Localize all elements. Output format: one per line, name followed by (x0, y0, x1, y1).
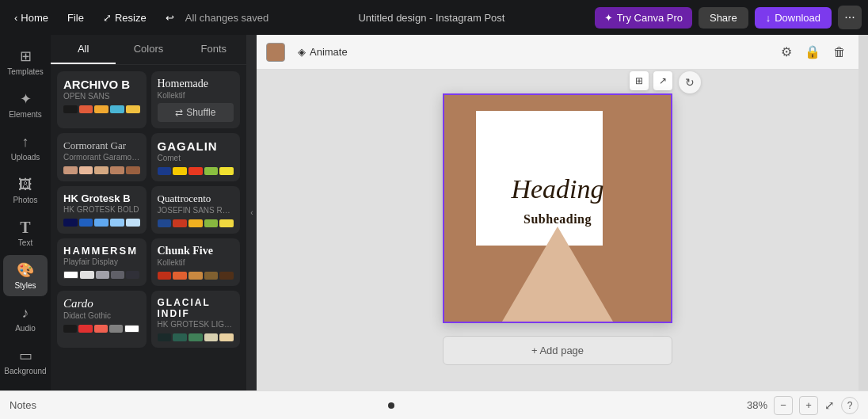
color-swatch (78, 325, 92, 333)
nav-right-actions: ✦ Try Canva Pro Share ↓ Download ··· (595, 6, 862, 29)
homemade-font-name: Homemade (158, 78, 234, 90)
save-status: All changes saved (185, 12, 269, 24)
shuffle-button[interactable]: ⇄ Shuffle (158, 103, 234, 122)
delete-button[interactable]: 🗑 (830, 42, 849, 63)
color-swatch (219, 167, 234, 175)
style-item-cardo[interactable]: Cardo Didact Gothic (57, 291, 147, 348)
shuffle-icon: ⇄ (175, 107, 183, 118)
sidebar-item-background[interactable]: ▭ Background (3, 341, 48, 382)
tab-colors[interactable]: Colors (116, 35, 181, 64)
sidebar-item-templates[interactable]: ⊞ Templates (3, 41, 48, 82)
sidebar-item-photos[interactable]: 🖼 Photos (3, 170, 48, 211)
sidebar-item-audio[interactable]: ♪ Audio (3, 298, 48, 339)
color-swatch (94, 219, 108, 227)
cormorant-colors (63, 166, 140, 174)
hammers-colors (63, 271, 140, 279)
notes-label[interactable]: Notes (10, 399, 36, 411)
star-icon: ✦ (604, 12, 613, 24)
cormorant-font-sub: Cormorant Garamond Medium (63, 153, 140, 162)
export-icon: ↗ (659, 75, 667, 86)
more-options-button[interactable]: ··· (838, 6, 862, 29)
style-row-2: Cormorant Gar Cormorant Garamond Medium … (57, 133, 240, 181)
tab-fonts[interactable]: Fonts (181, 35, 246, 64)
style-item-chunk[interactable]: Chunk Five Kollektif (151, 238, 241, 286)
canvas-toolbar-right: ⚙ 🔒 🗑 (778, 41, 849, 63)
color-swatch (110, 105, 124, 113)
filter-button[interactable]: ⚙ (778, 41, 795, 63)
color-swatch (94, 166, 108, 174)
color-swatch (188, 219, 203, 227)
sidebar-item-styles[interactable]: 🎨 Styles (3, 255, 48, 296)
canvas-refresh-button[interactable]: ↻ (679, 71, 701, 93)
fullscreen-button[interactable]: ⤢ (824, 398, 835, 413)
design-heading-text[interactable]: Heading (511, 174, 603, 204)
color-swatch (79, 166, 93, 174)
home-button[interactable]: ‹ Home (6, 7, 56, 29)
page-dot-1[interactable] (388, 402, 394, 409)
style-item-archivo[interactable]: ARCHIVO B OPEN SANS (57, 71, 147, 128)
pages-icon-button[interactable]: ⊞ (630, 71, 649, 90)
resize-button[interactable]: ⤢ Resize (95, 7, 154, 29)
color-swatch (94, 325, 108, 333)
glacial-font-sub: HK GROTESK LIGHT (158, 320, 234, 329)
export-icon-button[interactable]: ↗ (653, 71, 672, 90)
style-item-hkgrotesk[interactable]: HK Grotesk B HK GROTESK BOLD (57, 186, 147, 234)
canvas-scroll[interactable]: ⊞ ↗ ↻ Heading Subheading (257, 70, 858, 390)
help-button[interactable]: ? (841, 397, 858, 414)
zoom-out-button[interactable]: − (774, 396, 793, 415)
archivo-font-sub: OPEN SANS (63, 92, 140, 101)
color-swatch (204, 272, 219, 280)
page-indicator (388, 402, 394, 409)
tab-all[interactable]: All (51, 35, 116, 64)
color-swatch (110, 166, 124, 174)
top-navigation: ‹ Home File ⤢ Resize ↩ All changes saved… (0, 0, 868, 35)
sidebar-item-more[interactable]: ••• More (3, 383, 48, 390)
style-item-hammers[interactable]: HAMMERSM Playfair Display (57, 238, 147, 286)
style-row-4: HAMMERSM Playfair Display Chunk Five Kol… (57, 238, 240, 286)
color-swatch (204, 219, 219, 227)
color-swatch (124, 325, 139, 333)
sidebar-item-uploads[interactable]: ↑ Uploads (3, 127, 48, 168)
nav-center: Untitled design - Instagram Post (272, 12, 591, 24)
undo-icon: ↩ (166, 12, 174, 24)
color-swatch (63, 325, 77, 333)
zoom-in-button[interactable]: + (799, 396, 818, 415)
design-subheading-text[interactable]: Subheading (523, 212, 592, 227)
undo-button[interactable]: ↩ (158, 7, 182, 29)
homemade-font-sub: Kollektif (158, 91, 234, 100)
chunk-font-sub: Kollektif (158, 258, 234, 267)
style-item-gagalin[interactable]: GAGALIN Comet (151, 133, 241, 181)
fill-color-button[interactable] (266, 43, 285, 62)
share-button[interactable]: Share (699, 7, 748, 29)
zoom-level: 38% (747, 399, 767, 411)
file-button[interactable]: File (59, 7, 92, 29)
animate-button[interactable]: ◈ Animate (291, 43, 354, 61)
zoom-in-icon: + (805, 399, 812, 411)
style-item-quattrocento[interactable]: Quattrocento JOSEFIN SANS REGULAR (151, 186, 241, 234)
filter-icon: ⚙ (781, 45, 792, 59)
collapse-icon: ‹ (250, 208, 253, 217)
add-page-button[interactable]: + Add page (443, 336, 672, 365)
download-button[interactable]: ↓ Download (755, 7, 832, 29)
style-item-glacial[interactable]: GLACIAL INDIF HK GROTESK LIGHT (151, 291, 241, 348)
style-row-3: HK Grotesk B HK GROTESK BOLD Quattrocent… (57, 186, 240, 234)
style-item-cormorant[interactable]: Cormorant Gar Cormorant Garamond Medium (57, 133, 147, 181)
sidebar-item-text[interactable]: T Text (3, 212, 48, 253)
color-swatch (158, 333, 172, 341)
hammers-font-name: HAMMERSM (63, 245, 140, 257)
design-canvas[interactable]: Heading Subheading (443, 93, 672, 323)
templates-icon: ⊞ (17, 48, 34, 65)
right-scrollbar[interactable] (858, 35, 868, 390)
chevron-left-icon: ‹ (14, 12, 17, 24)
text-icon: T (17, 219, 34, 236)
color-swatch (126, 271, 139, 279)
lock-icon: 🔒 (805, 45, 820, 59)
color-swatch (63, 166, 78, 174)
lock-button[interactable]: 🔒 (801, 41, 824, 63)
try-canva-button[interactable]: ✦ Try Canva Pro (595, 7, 692, 29)
panel-collapse-handle[interactable]: ‹ (247, 35, 257, 390)
left-sidebar: ⊞ Templates ✦ Elements ↑ Uploads 🖼 Photo… (0, 35, 51, 390)
style-item-homemade[interactable]: Homemade Kollektif ⇄ Shuffle (151, 71, 241, 128)
cardo-colors (63, 325, 140, 333)
sidebar-item-elements[interactable]: ✦ Elements (3, 84, 48, 125)
